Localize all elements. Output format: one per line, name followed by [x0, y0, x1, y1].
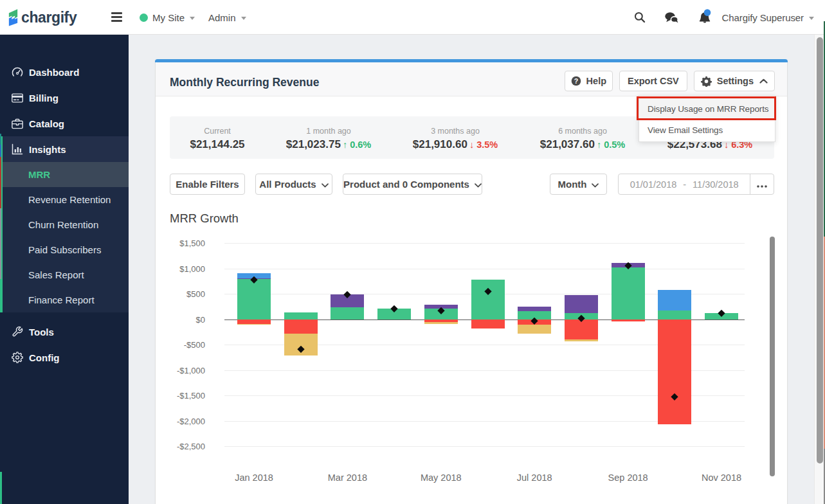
filter-row: Enable Filters All Products Product and …	[156, 174, 788, 195]
bar-segment-red	[565, 320, 598, 339]
bar-segment-red	[237, 320, 271, 324]
bar-segment-purple	[565, 295, 598, 312]
topbar: chargify My Site Admin Chargify Superuse…	[0, 0, 825, 35]
admin-picker-label: Admin	[208, 12, 236, 23]
bell-icon[interactable]	[698, 0, 711, 35]
stat-value: $21,910.60	[413, 138, 467, 150]
chargify-logo[interactable]: chargify	[8, 9, 77, 26]
y-axis-label: -$500	[156, 340, 205, 350]
sidebar-item-tools[interactable]: Tools	[0, 319, 129, 345]
products-dropdown[interactable]: All Products	[255, 174, 332, 195]
stat-label: Current	[190, 127, 244, 136]
main-content: Monthly Recurring Revenue ? Help Export …	[129, 35, 825, 504]
x-axis-label: Jul 2018	[517, 473, 552, 483]
site-status-dot	[140, 14, 148, 22]
stat-value: $21,023.75	[286, 138, 341, 150]
help-button[interactable]: ? Help	[565, 71, 613, 91]
menu-item-display-usage[interactable]: Display Usage on MRR Reports	[639, 98, 775, 120]
stat-4: 6 months ago$21,037.60↑ 0.5%	[540, 116, 625, 159]
edge-artifact	[0, 208, 1, 279]
gear-icon	[701, 76, 712, 87]
settings-button[interactable]: Settings	[694, 71, 775, 91]
bar-segment-blue	[658, 290, 691, 310]
x-axis-label: Mar 2018	[328, 473, 367, 483]
bar-segment-green	[658, 310, 691, 319]
mrr-growth-chart: $1,500$1,000$500$0-$500-$1,000-$1,500-$2…	[156, 231, 788, 504]
stat-1: Current$21,144.25	[190, 116, 244, 159]
sidebar-item-dashboard[interactable]: Dashboard	[0, 59, 129, 85]
delta-up-arrow: ↑ 0.5%	[597, 140, 625, 150]
sidebar-insights-group: Insights MRRRevenue RetentionChurn Reten…	[0, 136, 129, 312]
delta-down-arrow: ↓ 3.5%	[469, 140, 498, 150]
sidebar-item-sales-report[interactable]: Sales Report	[0, 262, 129, 287]
sidebar-item-revenue-retention[interactable]: Revenue Retention	[0, 187, 129, 212]
stat-value: $21,037.60	[540, 138, 595, 150]
sidebar-item-churn-retention[interactable]: Churn Retention	[0, 212, 129, 237]
sidebar-item-insights[interactable]: Insights	[0, 136, 129, 162]
y-axis-label: -$2,000	[156, 416, 205, 426]
sidebar-subitem-label: Churn Retention	[28, 219, 98, 230]
sidebar-subitem-label: Revenue Retention	[28, 194, 111, 205]
page-title: Monthly Recurring Revenue	[170, 76, 319, 89]
y-axis-label: $0	[156, 314, 205, 324]
y-axis-label: -$1,500	[156, 391, 205, 401]
chart-scrollbar-thumb[interactable]	[770, 237, 775, 476]
x-axis-label: Jan 2018	[235, 473, 273, 483]
site-picker[interactable]: My Site	[140, 0, 195, 35]
sidebar: Dashboard Billing Catalog Insights MRRRe…	[0, 35, 129, 504]
settings-menu: Display Usage on MRR Reports View Email …	[639, 95, 775, 142]
components-dropdown[interactable]: Product and 0 Components	[343, 174, 482, 195]
stat-value-row: $21,910.60↓ 3.5%	[413, 138, 498, 151]
bar-segment-purple	[518, 307, 551, 311]
gear-icon	[12, 352, 23, 363]
bar-segment-green	[237, 279, 271, 319]
stat-3: 3 months ago$21,910.60↓ 3.5%	[413, 116, 498, 159]
edge-artifact	[0, 145, 1, 157]
x-axis-label: Nov 2018	[702, 473, 741, 483]
chevron-down-icon	[475, 179, 482, 190]
hamburger-icon[interactable]	[111, 12, 122, 22]
bar-segment-yellow	[518, 325, 551, 334]
admin-picker[interactable]: Admin	[208, 0, 246, 35]
edge-artifact	[0, 157, 1, 208]
user-menu[interactable]: Chargify Superuser	[722, 0, 814, 35]
sidebar-subitem-label: MRR	[28, 169, 50, 180]
stat-value-row: $21,037.60↑ 0.5%	[540, 138, 625, 151]
bar-segment-yellow	[565, 339, 598, 341]
bar-segment-yellow	[237, 324, 271, 325]
chevron-down-icon	[592, 179, 599, 190]
export-csv-button[interactable]: Export CSV	[619, 71, 687, 91]
enable-filters-button[interactable]: Enable Filters	[170, 174, 245, 195]
menu-item-email-settings[interactable]: View Email Settings	[639, 120, 775, 141]
bar-segment-green	[284, 312, 318, 320]
stat-label: 6 months ago	[540, 127, 625, 136]
stat-label: 1 month ago	[286, 127, 371, 136]
chat-icon[interactable]	[664, 0, 678, 35]
chevron-down-icon	[322, 179, 329, 190]
y-axis-label: -$2,500	[156, 442, 205, 451]
search-icon[interactable]	[633, 0, 646, 35]
stat-value: $21,144.25	[190, 138, 244, 150]
more-options-button[interactable]	[750, 174, 774, 194]
delta-up-arrow: ↑ 0.6%	[343, 140, 371, 150]
chart-title: MRR Growth	[170, 212, 239, 226]
date-range-input[interactable]: 01/01/2018 - 11/30/2018	[619, 174, 750, 194]
sidebar-item-catalog[interactable]: Catalog	[0, 111, 129, 136]
edge-artifact	[0, 472, 2, 504]
bar-segment-red	[658, 320, 691, 425]
question-circle-icon: ?	[571, 76, 581, 86]
sidebar-item-paid-subscribers[interactable]: Paid Subscribers	[0, 237, 129, 262]
stat-value-row: $21,023.75↑ 0.6%	[286, 138, 371, 151]
page-scrollbar-thumb[interactable]	[817, 37, 823, 464]
chevron-up-icon	[759, 78, 768, 84]
sidebar-item-finance-report[interactable]: Finance Report	[0, 287, 129, 312]
gridline	[224, 446, 745, 447]
sidebar-item-config[interactable]: Config	[0, 345, 129, 370]
sidebar-item-mrr[interactable]: MRR	[0, 162, 129, 187]
bar-segment-red	[471, 320, 505, 329]
gauge-icon	[12, 66, 23, 78]
sidebar-item-billing[interactable]: Billing	[0, 85, 129, 111]
interval-dropdown[interactable]: Month	[550, 174, 607, 195]
x-axis-label: Sep 2018	[608, 473, 648, 483]
bar-segment-yellow	[424, 322, 458, 324]
